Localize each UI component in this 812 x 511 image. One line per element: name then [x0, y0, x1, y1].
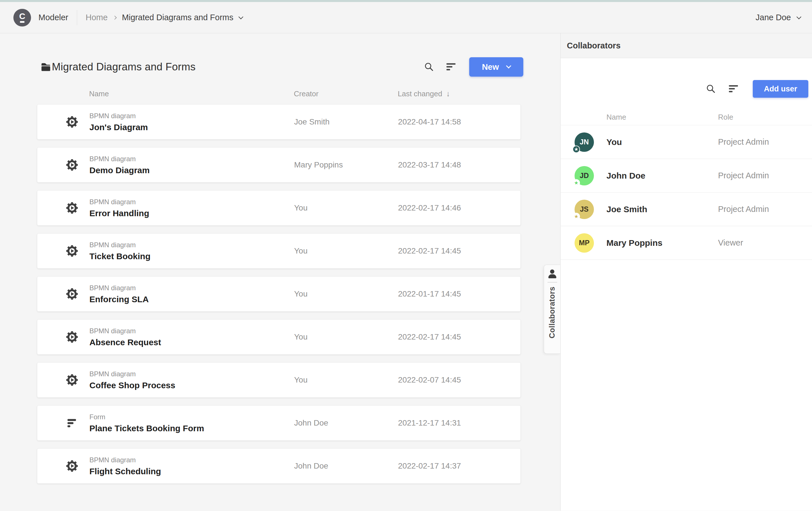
file-type-label: Form	[89, 413, 294, 421]
table-row[interactable]: BPMN diagram Demo Diagram Mary Poppins 2…	[37, 147, 521, 182]
app-name[interactable]: Modeler	[38, 13, 68, 22]
table-row[interactable]: BPMN diagram Enforcing SLA You 2022-01-1…	[37, 276, 521, 312]
user-name: Jane Doe	[756, 13, 791, 22]
table-row[interactable]: BPMN diagram Ticket Booking You 2022-02-…	[37, 233, 521, 268]
avatar-initials: JD	[580, 171, 589, 180]
table-row[interactable]: BPMN diagram Flight Scheduling John Doe …	[37, 448, 521, 484]
collaborator-name: You	[606, 137, 718, 147]
file-creator: You	[294, 246, 398, 256]
table-row[interactable]: BPMN diagram Jon's Diagram Joe Smith 202…	[37, 104, 521, 140]
avatar: JS ★	[575, 200, 594, 219]
collaborator-row[interactable]: JS ★ Joe Smith Project Admin	[560, 193, 812, 226]
project-header: Migrated Diagrams and Forms	[40, 57, 523, 77]
topbar-divider	[77, 10, 77, 25]
table-row[interactable]: Form Plane Tickets Booking Form John Doe…	[37, 405, 521, 441]
collaborator-name: Joe Smith	[606, 204, 718, 214]
breadcrumb-current[interactable]: Migrated Diagrams and Forms	[122, 13, 233, 22]
collaborators-panel: Collaborators Add use	[560, 33, 812, 511]
file-creator: Mary Poppins	[294, 160, 398, 169]
column-header-name[interactable]: Name	[89, 89, 294, 98]
file-type-label: BPMN diagram	[89, 284, 294, 292]
search-icon[interactable]	[705, 83, 716, 94]
file-type-label: BPMN diagram	[89, 370, 294, 378]
collaborators-title: Collaborators	[567, 41, 621, 50]
form-icon	[66, 417, 78, 429]
file-last-changed: 2022-02-17 14:46	[398, 203, 520, 212]
top-accent-strip	[0, 0, 812, 2]
sort-icon[interactable]	[446, 63, 456, 70]
sort-icon[interactable]	[729, 85, 738, 92]
collaborator-role: Project Admin	[718, 204, 812, 214]
chevron-right-icon	[113, 16, 117, 19]
add-user-button-label: Add user	[764, 85, 797, 93]
file-name: Flight Scheduling	[89, 466, 294, 476]
collaborators-toolbar: Add user	[560, 80, 812, 98]
file-name: Absence Request	[89, 338, 294, 347]
file-type-label: BPMN diagram	[89, 456, 294, 464]
avatar-initials: JS	[580, 205, 589, 214]
file-type-label: BPMN diagram	[89, 198, 294, 206]
file-last-changed: 2022-04-17 14:58	[398, 117, 520, 126]
file-creator: John Doe	[294, 461, 398, 471]
file-type-label: BPMN diagram	[89, 327, 294, 335]
admin-star-badge: ★	[573, 179, 580, 187]
chevron-down-icon	[506, 63, 511, 68]
collaborators-list: JN ★ You Project Admin JD ★ John Doe Pro…	[560, 125, 812, 260]
file-creator: John Doe	[294, 419, 398, 428]
chevron-down-icon[interactable]	[238, 14, 243, 19]
table-row[interactable]: BPMN diagram Absence Request You 2022-02…	[37, 319, 521, 354]
avatar: MP	[575, 233, 594, 253]
collaborators-table-header: Name Role	[560, 112, 812, 125]
collaborator-row[interactable]: MP Mary Poppins Viewer	[560, 226, 812, 260]
avatar-initials: JN	[580, 138, 589, 146]
logo-bar	[20, 21, 25, 23]
collaborator-name: Mary Poppins	[606, 238, 718, 248]
collaborators-panel-header: Collaborators	[560, 33, 812, 58]
chevron-down-icon	[796, 14, 802, 19]
file-creator: You	[294, 333, 398, 342]
collaborators-tab[interactable]: Collaborators	[544, 265, 560, 354]
breadcrumb: Home Migrated Diagrams and Forms	[86, 13, 242, 22]
admin-star-badge: ★	[573, 213, 580, 220]
search-icon[interactable]	[424, 61, 434, 72]
collaborator-role: Project Admin	[718, 171, 812, 180]
project-content: Migrated Diagrams and Forms	[0, 33, 560, 511]
file-name: Enforcing SLA	[89, 294, 294, 304]
file-last-changed: 2022-02-17 14:37	[398, 461, 520, 471]
bpmn-diagram-icon	[65, 115, 79, 129]
collaborator-row[interactable]: JD ★ John Doe Project Admin	[560, 159, 812, 193]
camunda-logo[interactable]: C	[13, 9, 31, 27]
table-row[interactable]: BPMN diagram Coffee Shop Process You 202…	[37, 362, 521, 398]
bpmn-diagram-icon	[65, 159, 79, 171]
breadcrumb-home[interactable]: Home	[86, 13, 108, 22]
bpmn-diagram-icon	[65, 201, 79, 215]
file-last-changed: 2022-02-17 14:45	[398, 246, 520, 256]
collaborator-row[interactable]: JN ★ You Project Admin	[560, 125, 812, 159]
file-type-label: BPMN diagram	[89, 241, 294, 249]
column-header-name: Name	[606, 113, 718, 124]
modeler-app: C Modeler Home Migrated Diagrams and For…	[0, 0, 812, 511]
file-creator: You	[294, 375, 398, 385]
avatar: JD ★	[575, 166, 594, 186]
bpmn-diagram-icon	[65, 245, 79, 257]
file-last-changed: 2022-01-17 14:45	[398, 289, 520, 299]
file-last-changed: 2021-12-17 14:31	[398, 419, 520, 428]
add-user-button[interactable]: Add user	[753, 80, 808, 98]
sort-descending-icon: ↓	[446, 89, 450, 98]
file-type-label: BPMN diagram	[89, 155, 294, 163]
file-creator: You	[294, 203, 398, 212]
collaborator-name: John Doe	[606, 171, 718, 180]
file-name: Plane Tickets Booking Form	[89, 424, 294, 433]
column-header-creator[interactable]: Creator	[294, 89, 398, 98]
avatar-initials: MP	[579, 239, 590, 247]
new-button[interactable]: New	[469, 57, 523, 77]
column-header-last-changed[interactable]: Last changed ↓	[398, 89, 521, 98]
top-bar: C Modeler Home Migrated Diagrams and For…	[0, 2, 812, 33]
bpmn-diagram-icon	[65, 287, 79, 301]
user-menu[interactable]: Jane Doe	[756, 13, 801, 22]
bpmn-diagram-icon	[65, 331, 79, 343]
file-last-changed: 2022-02-17 14:45	[398, 333, 520, 342]
table-row[interactable]: BPMN diagram Error Handling You 2022-02-…	[37, 190, 521, 226]
file-name: Coffee Shop Process	[89, 380, 294, 390]
collaborator-role: Project Admin	[718, 137, 812, 147]
